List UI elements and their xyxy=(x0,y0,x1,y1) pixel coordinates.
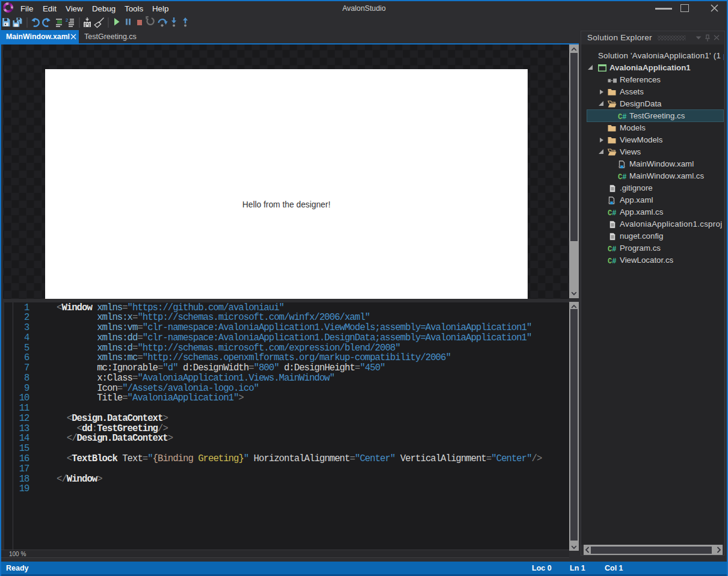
svg-text:2: 2 xyxy=(66,17,69,23)
